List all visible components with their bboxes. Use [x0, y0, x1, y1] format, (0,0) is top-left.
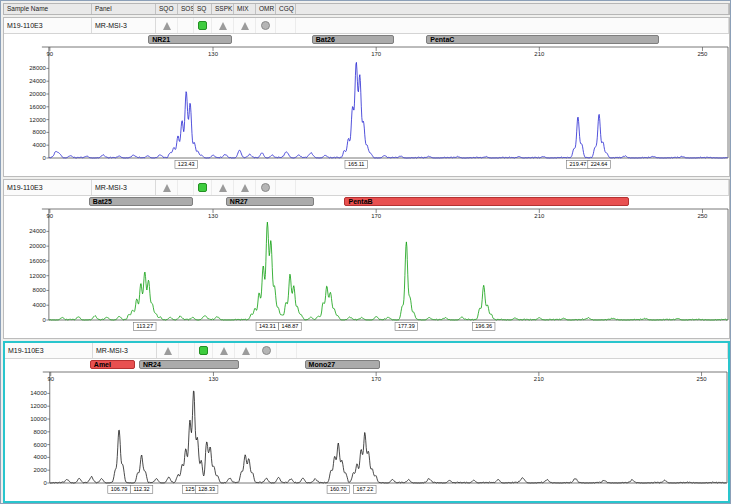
sample-row[interactable]: M19-110E3 MR-MSI-3 — [4, 18, 729, 34]
sample-row[interactable]: M19-110E3 MR-MSI-3 — [5, 343, 728, 359]
flag-slot — [156, 18, 178, 33]
sample-trace-panel-1[interactable]: M19-110E3 MR-MSI-3 NR21Bat26PentaC 90130… — [3, 17, 730, 177]
peak-size-label[interactable]: 106.79 — [108, 486, 130, 494]
y-axis-label: 8000 — [33, 129, 47, 135]
peak-size-label[interactable]: 219.47 — [567, 161, 590, 169]
marker-bar-bat26: Bat26 — [312, 35, 394, 44]
marker-bar-nr27: NR27 — [226, 197, 314, 206]
trace — [50, 391, 726, 483]
peak-size-label[interactable]: 148.87 — [279, 323, 302, 331]
quality-flags — [157, 343, 297, 358]
sq-pass-icon — [198, 183, 207, 192]
y-axis-label: 2000 — [34, 467, 48, 473]
column-header-sq[interactable]: SQ — [194, 4, 212, 14]
quality-flags — [156, 180, 296, 195]
sample-name[interactable]: M19-110E3 — [4, 180, 92, 195]
column-header-omr[interactable]: OMR — [256, 4, 276, 14]
ruler-label: 170 — [371, 213, 382, 219]
triangle-flag-icon — [220, 347, 228, 355]
electropherogram-plot-black[interactable]: 9013017021025014000120001000080006000400… — [5, 371, 728, 501]
ruler-label: 170 — [371, 376, 382, 382]
svg-text:113.27: 113.27 — [137, 323, 153, 329]
column-header-sample-name[interactable]: Sample Name — [4, 4, 92, 14]
y-axis-label: 4000 — [33, 302, 47, 308]
electropherogram-plot-blue[interactable]: 9013017021025028000240002000016000120008… — [4, 46, 729, 176]
svg-text:160.70: 160.70 — [330, 486, 347, 492]
y-axis-label: 4000 — [34, 454, 48, 460]
flag-slot — [213, 343, 235, 358]
ruler-label: 250 — [697, 51, 708, 57]
triangle-flag-icon — [163, 22, 171, 30]
peak-size-label[interactable]: 160.70 — [327, 486, 349, 494]
electropherogram-plot-green[interactable]: 9013017021025024000200001600012000800040… — [4, 208, 729, 338]
sample-row-filler — [297, 343, 728, 358]
triangle-flag-icon — [242, 347, 250, 355]
triangle-flag-icon — [163, 184, 171, 192]
marker-row: NR21Bat26PentaC — [4, 34, 729, 46]
marker-bar-nr21: NR21 — [148, 35, 232, 44]
marker-row: Bat25NR27PentaB — [4, 196, 729, 208]
ruler-label: 210 — [534, 213, 545, 219]
svg-text:196.36: 196.36 — [475, 323, 492, 329]
flag-slot — [256, 18, 276, 33]
peak-size-label[interactable]: 143.31 — [256, 323, 279, 331]
peak-size-label[interactable]: 196.36 — [472, 323, 495, 331]
sample-trace-panel-2[interactable]: M19-110E3 MR-MSI-3 Bat25NR27PentaB 90130… — [3, 179, 730, 339]
flag-slot — [257, 343, 277, 358]
column-header-cgq[interactable]: CGQ — [276, 4, 296, 14]
ruler-label: 130 — [208, 51, 219, 57]
sample-trace-panel-3[interactable]: M19-110E3 MR-MSI-3 AmelNR24Mono27 901301… — [3, 341, 730, 503]
svg-text:148.87: 148.87 — [282, 323, 299, 329]
flag-slot — [212, 180, 234, 195]
flag-slot — [195, 343, 213, 358]
marker-bar-mono27: Mono27 — [305, 360, 381, 369]
peak-size-label[interactable]: 224.64 — [588, 161, 611, 169]
y-axis-label: 20000 — [29, 243, 46, 249]
y-axis-label: 0 — [43, 480, 47, 486]
column-header-sspk[interactable]: SSPK — [212, 4, 234, 14]
panel-name: MR-MSI-3 — [93, 343, 157, 358]
y-axis-label: 16000 — [29, 104, 46, 110]
sample-name[interactable]: M19-110E3 — [4, 18, 92, 33]
y-axis-label: 12000 — [29, 273, 46, 279]
y-axis-label: 24000 — [29, 78, 46, 84]
genotype-samples-plot-window: Sample Name Panel SQO SOS SQ SSPK MIX OM… — [0, 0, 731, 504]
flag-slot — [179, 343, 195, 358]
ruler-label: 250 — [697, 376, 708, 382]
svg-text:123.43: 123.43 — [178, 161, 195, 167]
panel-name: MR-MSI-3 — [92, 180, 156, 195]
svg-text:165.11: 165.11 — [348, 161, 364, 167]
peak-size-label[interactable]: 112.32 — [130, 486, 152, 494]
peak-size-label[interactable]: 113.27 — [134, 323, 157, 331]
y-axis-label: 0 — [43, 317, 47, 323]
column-header-sos[interactable]: SOS — [178, 4, 194, 14]
column-header-mix[interactable]: MIX — [234, 4, 256, 14]
sample-name[interactable]: M19-110E3 — [5, 343, 93, 358]
svg-text:128.33: 128.33 — [198, 486, 215, 492]
peak-size-label[interactable]: 165.11 — [345, 161, 368, 169]
triangle-flag-icon — [241, 22, 249, 30]
sample-row[interactable]: M19-110E3 MR-MSI-3 — [4, 180, 729, 196]
ruler-label: 130 — [208, 213, 219, 219]
peak-size-label[interactable]: 128.33 — [195, 486, 217, 494]
flag-slot — [194, 180, 212, 195]
y-axis-label: 10000 — [30, 416, 47, 422]
flag-slot — [276, 18, 296, 33]
peak-size-label[interactable]: 177.39 — [395, 323, 418, 331]
marker-bar-pentab: PentaB — [344, 197, 628, 206]
sq-pass-icon — [198, 21, 207, 30]
header-filler — [296, 4, 729, 14]
marker-bar-nr24: NR24 — [139, 360, 239, 369]
peak-size-label[interactable]: 123.43 — [175, 161, 198, 169]
peak-size-label[interactable]: 167.22 — [354, 486, 376, 494]
y-axis-label: 20000 — [29, 91, 46, 97]
flag-slot — [194, 18, 212, 33]
column-header-sqo[interactable]: SQO — [156, 4, 178, 14]
ruler-label: 170 — [371, 51, 382, 57]
column-header-panel[interactable]: Panel — [92, 4, 156, 14]
marker-bar-amel: Amel — [90, 360, 135, 369]
flag-slot — [212, 18, 234, 33]
flag-slot — [178, 180, 194, 195]
marker-row: AmelNR24Mono27 — [5, 359, 728, 371]
sample-row-filler — [296, 180, 729, 195]
